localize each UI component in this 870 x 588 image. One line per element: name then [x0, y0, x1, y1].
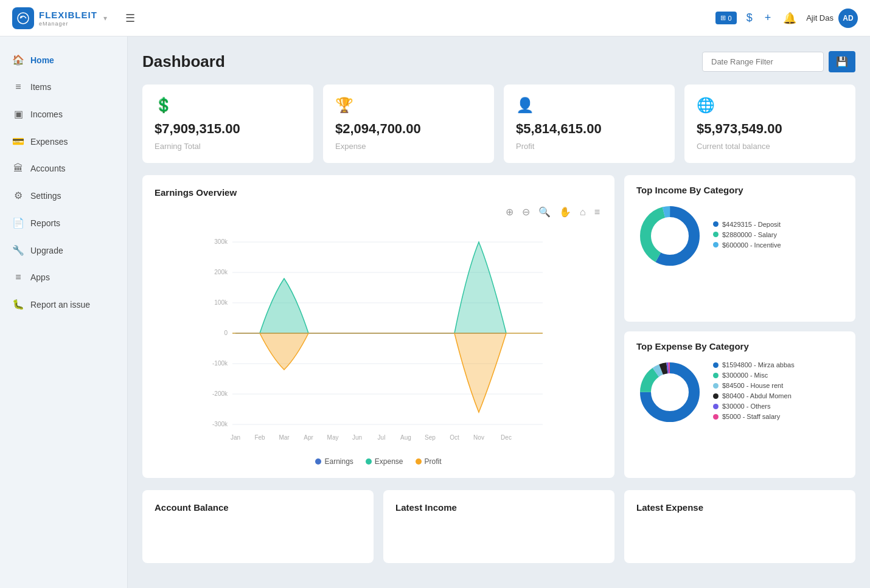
sidebar-label-upgrade: Upgrade	[30, 246, 63, 255]
svg-text:Jan: Jan	[231, 434, 240, 441]
stat-value-earning-total: $7,909,315.00	[155, 121, 301, 137]
sidebar-item-accounts[interactable]: 🏛 Accounts	[0, 155, 127, 182]
main-content: Dashboard 💾 💲 $7,909,315.00 Earning Tota…	[128, 36, 870, 588]
svg-text:Jul: Jul	[378, 434, 386, 441]
top-expense-title: Top Expense By Category	[636, 341, 843, 351]
sidebar-label-settings: Settings	[30, 191, 61, 201]
expense-label-3: $84500 - House rent	[722, 382, 783, 389]
stat-icon-current-balance: 🌐	[697, 97, 843, 114]
sidebar-icon-settings: ⚙	[12, 190, 24, 201]
notification-button[interactable]: 🔔	[781, 9, 799, 27]
hamburger-button[interactable]: ☰	[122, 8, 139, 29]
badge-button[interactable]: ⊞ 0	[715, 12, 737, 24]
dropdown-arrow: ▾	[103, 14, 107, 22]
sidebar-icon-accounts: 🏛	[12, 163, 24, 174]
stat-label-profit: Profit	[516, 142, 663, 151]
svg-point-0	[18, 13, 29, 24]
date-range-input[interactable]	[702, 52, 824, 72]
income-label-deposit: $4429315 - Deposit	[722, 221, 781, 228]
stat-label-expense: Expense	[335, 142, 482, 151]
earnings-overview-title: Earnings Overview	[155, 187, 602, 198]
sidebar-label-incomes: Incomes	[30, 109, 63, 119]
svg-text:Jun: Jun	[352, 434, 362, 441]
top-income-body: $4429315 - Deposit $2880000 - Salary $60…	[636, 202, 843, 269]
svg-text:Aug: Aug	[400, 434, 411, 441]
app-sub: eManager	[39, 21, 97, 27]
sidebar-item-expenses[interactable]: 💳 Expenses	[0, 128, 127, 155]
user-menu[interactable]: Ajit Das AD	[806, 9, 858, 28]
date-filter-area: 💾	[702, 51, 855, 72]
zoom-out-button[interactable]: ⊖	[520, 205, 532, 219]
zoom-in-button[interactable]: ⊕	[503, 205, 516, 219]
sidebar-item-report-issue[interactable]: 🐛 Report an issue	[0, 291, 127, 318]
legend-profit: Profit	[416, 457, 442, 466]
income-label-incentive: $600000 - Incentive	[722, 241, 781, 249]
income-dot-salary	[713, 232, 719, 237]
sidebar-icon-report-issue: 🐛	[12, 299, 24, 310]
sidebar-label-report-issue: Report an issue	[30, 300, 90, 310]
sidebar-label-home: Home	[30, 55, 54, 65]
earnings-chart-wrap: 300k 200k 100k 0 -100k -200k -300k Jan F…	[155, 224, 602, 451]
stat-card-profit: 👤 $5,814,615.00 Profit	[504, 85, 675, 163]
sidebar-label-expenses: Expenses	[30, 137, 68, 147]
svg-text:Oct: Oct	[450, 434, 459, 441]
expense-dot-6	[713, 414, 719, 420]
stat-value-expense: $2,094,700.00	[335, 121, 482, 137]
stat-label-current-balance: Current total balance	[697, 142, 843, 151]
earnings-overview-card: Earnings Overview ⊕ ⊖ 🔍 ✋ ⌂ ≡	[142, 175, 614, 478]
chart-row: Earnings Overview ⊕ ⊖ 🔍 ✋ ⌂ ≡	[142, 175, 855, 478]
menu-button[interactable]: ≡	[592, 205, 602, 219]
expense-label-5: $30000 - Others	[722, 403, 771, 410]
expense-label-2: $300000 - Misc	[722, 372, 768, 379]
svg-text:-100k: -100k	[212, 360, 228, 367]
income-dot-incentive	[713, 242, 719, 247]
legend-label-expense: Expense	[375, 457, 403, 466]
legend-dot-expense	[366, 458, 372, 465]
add-button[interactable]: +	[762, 9, 774, 27]
expense-dot-5	[713, 404, 719, 409]
income-donut-legend: $4429315 - Deposit $2880000 - Salary $60…	[713, 221, 781, 252]
dashboard-header: Dashboard 💾	[142, 51, 855, 72]
latest-income-title: Latest Income	[395, 502, 602, 513]
stat-card-current-balance: 🌐 $5,973,549.00 Current total balance	[684, 85, 855, 163]
expense-label-1: $1594800 - Mirza abbas	[722, 361, 795, 368]
sidebar-label-accounts: Accounts	[30, 164, 66, 173]
donut-section: Top Income By Category	[624, 175, 855, 478]
top-expense-body: $1594800 - Mirza abbas $300000 - Misc $8…	[636, 359, 843, 426]
sidebar-item-incomes[interactable]: ▣ Incomes	[0, 100, 127, 128]
latest-expense-title: Latest Expense	[636, 502, 843, 513]
user-name: Ajit Das	[806, 13, 833, 22]
legend-dot-earnings	[315, 458, 321, 465]
topnav-right-area: ⊞ 0 $ + 🔔 Ajit Das AD	[715, 9, 858, 28]
magnify-button[interactable]: 🔍	[536, 205, 553, 219]
income-label-salary: $2880000 - Salary	[722, 231, 777, 238]
chart-controls: ⊕ ⊖ 🔍 ✋ ⌂ ≡	[155, 205, 602, 219]
earnings-chart-svg: 300k 200k 100k 0 -100k -200k -300k Jan F…	[155, 224, 602, 449]
sidebar-item-reports[interactable]: 📄 Reports	[0, 209, 127, 237]
sidebar-item-home[interactable]: 🏠 Home	[0, 46, 127, 74]
sidebar-item-items[interactable]: ≡ Items	[0, 74, 127, 100]
svg-text:-200k: -200k	[212, 390, 228, 397]
sidebar: 🏠 Home ≡ Items ▣ Incomes 💳 Expenses 🏛 Ac…	[0, 36, 128, 588]
stat-icon-profit: 👤	[516, 97, 663, 114]
legend-label-profit: Profit	[425, 457, 442, 466]
home-button[interactable]: ⌂	[577, 205, 588, 219]
stat-card-earning-total: 💲 $7,909,315.00 Earning Total	[142, 85, 313, 163]
svg-text:Nov: Nov	[473, 434, 484, 441]
sidebar-icon-items: ≡	[12, 81, 24, 92]
sidebar-item-apps[interactable]: ≡ Apps	[0, 264, 127, 291]
pan-button[interactable]: ✋	[557, 205, 574, 219]
legend-label-earnings: Earnings	[324, 457, 353, 466]
svg-text:May: May	[327, 434, 339, 441]
income-legend-salary: $2880000 - Salary	[713, 231, 781, 238]
dollar-button[interactable]: $	[744, 9, 755, 27]
latest-expense-card: Latest Expense	[624, 490, 855, 563]
save-filter-button[interactable]: 💾	[829, 51, 855, 72]
sidebar-item-settings[interactable]: ⚙ Settings	[0, 182, 127, 209]
income-dot-deposit	[713, 221, 719, 227]
sidebar-icon-home: 🏠	[12, 54, 24, 66]
bottom-cards-row: Account Balance Latest Income Latest Exp…	[142, 490, 855, 563]
sidebar-item-upgrade[interactable]: 🔧 Upgrade	[0, 237, 127, 264]
svg-text:100k: 100k	[214, 299, 228, 306]
badge-value: 0	[728, 15, 732, 22]
